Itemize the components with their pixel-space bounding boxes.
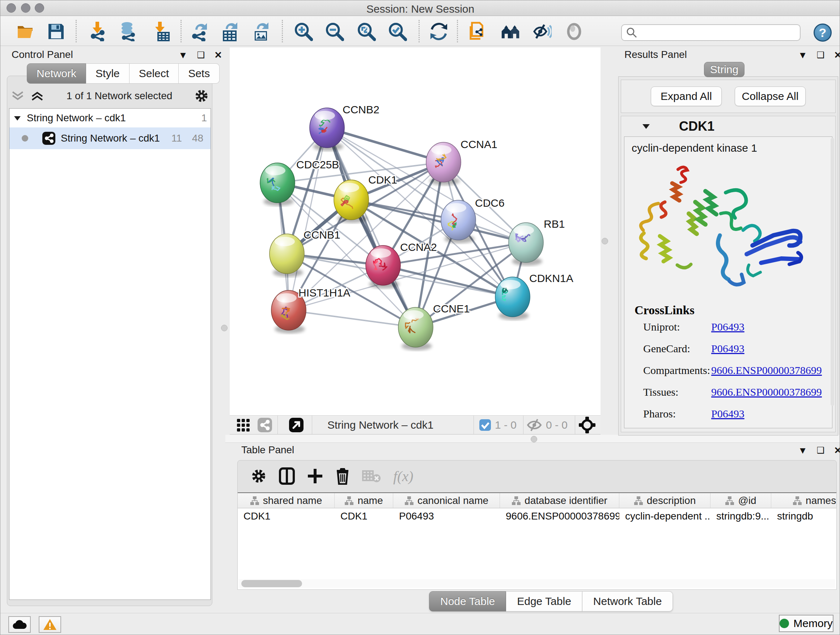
share-view-icon[interactable]: [257, 417, 272, 432]
network-view-canvas[interactable]: CCNB2CCNA1CDC25BCDK1CDC6RB1CCNB1CCNA2CDK…: [230, 48, 600, 415]
tab-sets[interactable]: Sets: [179, 63, 219, 84]
node-CDKN1A[interactable]: CDKN1A: [495, 272, 573, 320]
crosslink-link[interactable]: P06493: [711, 342, 745, 355]
left-splitter-handle-icon[interactable]: [221, 325, 227, 331]
network-options-gear-icon[interactable]: [194, 89, 209, 103]
hidden-nodes-eye-icon[interactable]: [526, 418, 542, 432]
expand-all-icon[interactable]: [30, 90, 44, 102]
birdseye-grid-icon[interactable]: [236, 417, 251, 432]
table-cell[interactable]: cyclin-dependent ...: [619, 508, 711, 524]
export-network-icon[interactable]: [190, 22, 209, 41]
table-cell[interactable]: CDK1: [335, 508, 393, 524]
maximize-panel-icon[interactable]: ❑: [817, 51, 825, 59]
birdseye-pan-icon[interactable]: [579, 417, 595, 433]
column-header--id[interactable]: @id: [711, 493, 771, 508]
network-row-selected[interactable]: String Network – cdk1 11 48: [9, 127, 210, 149]
cloud-service-button[interactable]: [8, 616, 31, 633]
import-table-icon[interactable]: [152, 22, 171, 41]
table-row[interactable]: CDK1CDK1P064939606.ENSP00000378699cyclin…: [238, 508, 836, 524]
open-session-icon[interactable]: [16, 22, 35, 41]
clone-network-icon[interactable]: [469, 22, 487, 41]
table-hscrollbar[interactable]: [238, 579, 835, 588]
cdk1-section: CDK1 cyclin-dependent kinase 1: [621, 116, 836, 432]
float-panel-icon[interactable]: ▼: [798, 50, 807, 60]
tab-style[interactable]: Style: [86, 63, 129, 84]
tab-string[interactable]: String: [704, 62, 745, 77]
close-panel-icon[interactable]: ✕: [834, 446, 840, 455]
edge-HIST1H1A-CCNE1[interactable]: [289, 310, 416, 327]
memory-button[interactable]: Memory: [779, 615, 834, 632]
tree-expander-icon[interactable]: [13, 114, 22, 122]
table-cell[interactable]: 9606.ENSP00000378699: [500, 508, 619, 524]
cdk1-section-header[interactable]: CDK1: [621, 116, 835, 136]
column-header-name[interactable]: name: [335, 493, 393, 508]
column-header-namespace[interactable]: namespace: [771, 493, 836, 508]
export-table-icon[interactable]: [220, 22, 239, 41]
float-panel-icon[interactable]: ▼: [798, 446, 807, 455]
bottom-splitter-handle-icon[interactable]: [531, 436, 537, 442]
add-column-icon[interactable]: [307, 468, 323, 484]
open-in-window-icon[interactable]: [289, 417, 304, 432]
maximize-panel-icon[interactable]: ❑: [197, 51, 205, 59]
import-database-icon[interactable]: [118, 22, 137, 41]
results-scrollbar[interactable]: [831, 138, 834, 406]
edge-CCNB2-HIST1H1A[interactable]: [289, 128, 327, 310]
maximize-panel-icon[interactable]: ❑: [817, 446, 825, 455]
table-cell[interactable]: CDK1: [238, 508, 335, 524]
first-neighbors-icon[interactable]: [501, 22, 520, 41]
zoom-out-icon[interactable]: [325, 22, 344, 41]
search-input[interactable]: [640, 27, 800, 39]
save-session-icon[interactable]: [47, 22, 65, 41]
delete-column-icon[interactable]: [335, 467, 350, 485]
node-RB1[interactable]: RB1: [508, 218, 565, 266]
right-splitter-handle-icon[interactable]: [602, 238, 608, 244]
node-CCNB1[interactable]: CCNB1: [270, 229, 340, 277]
network-collection-row[interactable]: String Network – cdk1 1: [9, 109, 210, 127]
node-HIST1H1A[interactable]: HIST1H1A: [271, 287, 350, 333]
tab-edge-table[interactable]: Edge Table: [506, 591, 583, 611]
node-CCNA1[interactable]: CCNA1: [426, 138, 497, 185]
import-network-icon[interactable]: [88, 22, 107, 41]
selected-nodes-checkbox-icon[interactable]: [479, 419, 491, 431]
hide-selected-icon[interactable]: [533, 22, 552, 41]
column-header-canonical-name[interactable]: canonical name: [393, 493, 500, 508]
string-network-graph[interactable]: CCNB2CCNA1CDC25BCDK1CDC6RB1CCNB1CCNA2CDK…: [230, 48, 600, 415]
crosslink-link[interactable]: P06493: [711, 408, 745, 420]
column-header-database-identifier[interactable]: database identifier: [500, 493, 619, 508]
close-panel-icon[interactable]: ✕: [214, 50, 222, 60]
zoom-in-icon[interactable]: [294, 22, 313, 41]
column-header-description[interactable]: description: [619, 493, 711, 508]
tab-select[interactable]: Select: [129, 63, 179, 84]
zoom-fit-icon[interactable]: [357, 22, 376, 41]
collapse-all-icon[interactable]: [11, 90, 25, 102]
export-image-icon[interactable]: [251, 22, 270, 41]
show-columns-icon[interactable]: [279, 467, 295, 485]
refresh-icon[interactable]: [429, 22, 448, 41]
help-icon[interactable]: ?: [813, 24, 832, 42]
crosslink-link[interactable]: 9606.ENSP00000378699: [711, 364, 822, 377]
crosslink-link[interactable]: P06493: [711, 321, 745, 333]
column-header-shared-name[interactable]: shared name: [238, 493, 335, 508]
float-panel-icon[interactable]: ▼: [178, 50, 188, 60]
close-panel-icon[interactable]: ✕: [834, 50, 840, 60]
expand-all-button[interactable]: Expand All: [651, 87, 722, 106]
tab-network-table[interactable]: Network Table: [583, 591, 673, 611]
collapse-all-button[interactable]: Collapse All: [735, 87, 806, 106]
show-all-icon[interactable]: [565, 22, 584, 41]
node-CDC25B[interactable]: CDC25B: [260, 158, 339, 206]
table-options-gear-icon[interactable]: [251, 468, 267, 484]
edge-CCNB2-CCNA1[interactable]: [327, 128, 444, 162]
section-expander-icon[interactable]: [641, 122, 651, 130]
tab-network[interactable]: Network: [27, 63, 86, 84]
node-label-CDK1: CDK1: [368, 174, 397, 186]
tab-node-table[interactable]: Node Table: [429, 591, 506, 611]
table-cell[interactable]: stringdb: [771, 508, 836, 524]
table-hscroll-thumb[interactable]: [241, 580, 302, 587]
table-cell[interactable]: stringdb:9...: [711, 508, 771, 524]
node-CCNE1[interactable]: CCNE1: [398, 302, 470, 350]
zoom-selected-icon[interactable]: [388, 22, 407, 41]
crosslink-link[interactable]: 9606.ENSP00000378699: [711, 386, 822, 398]
warnings-button[interactable]: [39, 616, 61, 633]
node-CDC6[interactable]: CDC6: [441, 197, 505, 243]
table-cell[interactable]: P06493: [393, 508, 500, 524]
